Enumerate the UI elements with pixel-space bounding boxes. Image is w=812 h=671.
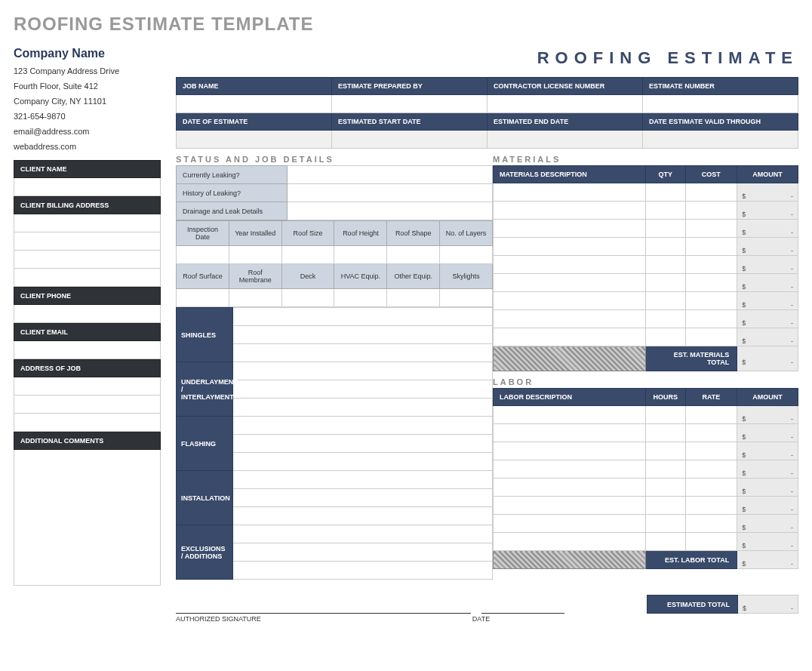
lab-row[interactable] bbox=[494, 442, 646, 460]
sec-in[interactable] bbox=[233, 435, 493, 453]
drainage-input[interactable] bbox=[287, 202, 492, 220]
job-name-input[interactable] bbox=[177, 95, 332, 113]
leaking-input[interactable] bbox=[287, 166, 492, 184]
billing-input-3[interactable] bbox=[14, 251, 161, 269]
sec-in[interactable] bbox=[233, 525, 493, 543]
lab-row[interactable] bbox=[646, 424, 686, 442]
g2-in[interactable] bbox=[229, 289, 281, 307]
mat-row[interactable] bbox=[494, 256, 646, 274]
sec-in[interactable] bbox=[233, 326, 493, 344]
g2-in[interactable] bbox=[440, 289, 493, 307]
lab-row[interactable] bbox=[685, 479, 737, 497]
mat-row[interactable] bbox=[646, 292, 686, 310]
billing-input-2[interactable] bbox=[14, 232, 161, 251]
job-addr-input-1[interactable] bbox=[14, 377, 161, 396]
mat-row[interactable] bbox=[685, 274, 737, 292]
date-line[interactable] bbox=[481, 613, 564, 614]
lab-row[interactable] bbox=[646, 533, 686, 551]
start-input[interactable] bbox=[332, 131, 488, 149]
job-addr-input-3[interactable] bbox=[14, 414, 161, 432]
g2-in[interactable] bbox=[281, 289, 334, 307]
mat-row[interactable] bbox=[646, 328, 686, 346]
g2-in[interactable] bbox=[177, 289, 229, 307]
mat-row[interactable] bbox=[646, 310, 686, 328]
mat-row[interactable] bbox=[494, 292, 646, 310]
lab-row[interactable] bbox=[494, 515, 646, 533]
date-est-input[interactable] bbox=[177, 131, 332, 149]
mat-row[interactable] bbox=[494, 238, 646, 256]
lab-row[interactable] bbox=[646, 515, 686, 533]
lab-row[interactable] bbox=[646, 442, 686, 460]
mat-row[interactable] bbox=[494, 274, 646, 292]
sec-in[interactable] bbox=[233, 362, 493, 380]
lab-row[interactable] bbox=[685, 424, 737, 442]
sec-in[interactable] bbox=[233, 417, 493, 435]
mat-row[interactable] bbox=[494, 183, 646, 202]
comments-input[interactable] bbox=[14, 450, 161, 586]
lab-row[interactable] bbox=[494, 424, 646, 442]
mat-row[interactable] bbox=[646, 256, 686, 274]
mat-row[interactable] bbox=[685, 328, 737, 346]
g2-in[interactable] bbox=[334, 289, 387, 307]
lab-row[interactable] bbox=[494, 406, 646, 424]
sec-in[interactable] bbox=[233, 489, 493, 507]
lab-row[interactable] bbox=[685, 497, 737, 515]
g1-in[interactable] bbox=[229, 246, 281, 264]
g1-in[interactable] bbox=[334, 246, 387, 264]
end-input[interactable] bbox=[488, 131, 643, 149]
mat-row[interactable] bbox=[646, 238, 686, 256]
lab-row[interactable] bbox=[685, 460, 737, 479]
job-addr-input-2[interactable] bbox=[14, 396, 161, 414]
mat-row[interactable] bbox=[685, 202, 737, 220]
valid-input[interactable] bbox=[643, 131, 798, 149]
client-phone-input[interactable] bbox=[14, 305, 161, 323]
sec-in[interactable] bbox=[233, 562, 493, 580]
billing-input-1[interactable] bbox=[14, 214, 161, 232]
lab-row[interactable] bbox=[494, 533, 646, 551]
sec-in[interactable] bbox=[233, 471, 493, 489]
lab-row[interactable] bbox=[494, 497, 646, 515]
sec-in[interactable] bbox=[233, 399, 493, 417]
mat-row[interactable] bbox=[646, 183, 686, 202]
g1-in[interactable] bbox=[177, 246, 229, 264]
signature-line[interactable] bbox=[176, 595, 471, 614]
mat-row[interactable] bbox=[646, 202, 686, 220]
mat-row[interactable] bbox=[685, 238, 737, 256]
est-no-input[interactable] bbox=[643, 95, 798, 113]
lab-row[interactable] bbox=[646, 460, 686, 479]
lab-row[interactable] bbox=[646, 479, 686, 497]
client-name-input[interactable] bbox=[14, 178, 161, 196]
lab-row[interactable] bbox=[646, 497, 686, 515]
sec-in[interactable] bbox=[233, 543, 493, 562]
mat-row[interactable] bbox=[494, 328, 646, 346]
lab-row[interactable] bbox=[685, 406, 737, 424]
mat-row[interactable] bbox=[685, 183, 737, 202]
lab-row[interactable] bbox=[494, 479, 646, 497]
mat-row[interactable] bbox=[494, 220, 646, 238]
lab-row[interactable] bbox=[494, 460, 646, 479]
mat-row[interactable] bbox=[646, 274, 686, 292]
license-input[interactable] bbox=[488, 95, 643, 113]
client-email-input[interactable] bbox=[14, 341, 161, 359]
mat-row[interactable] bbox=[685, 310, 737, 328]
g1-in[interactable] bbox=[387, 246, 440, 264]
mat-row[interactable] bbox=[685, 292, 737, 310]
lab-row[interactable] bbox=[685, 442, 737, 460]
lab-row[interactable] bbox=[685, 515, 737, 533]
g1-in[interactable] bbox=[440, 246, 493, 264]
mat-row[interactable] bbox=[685, 256, 737, 274]
lab-row[interactable] bbox=[685, 533, 737, 551]
g2-in[interactable] bbox=[387, 289, 440, 307]
mat-row[interactable] bbox=[685, 220, 737, 238]
sec-in[interactable] bbox=[233, 380, 493, 399]
prepared-by-input[interactable] bbox=[332, 95, 488, 113]
sec-in[interactable] bbox=[233, 507, 493, 525]
sec-in[interactable] bbox=[233, 308, 493, 326]
sec-in[interactable] bbox=[233, 344, 493, 362]
mat-row[interactable] bbox=[494, 202, 646, 220]
lab-row[interactable] bbox=[646, 406, 686, 424]
mat-row[interactable] bbox=[646, 220, 686, 238]
g1-in[interactable] bbox=[281, 246, 334, 264]
history-input[interactable] bbox=[287, 184, 492, 202]
billing-input-4[interactable] bbox=[14, 269, 161, 287]
